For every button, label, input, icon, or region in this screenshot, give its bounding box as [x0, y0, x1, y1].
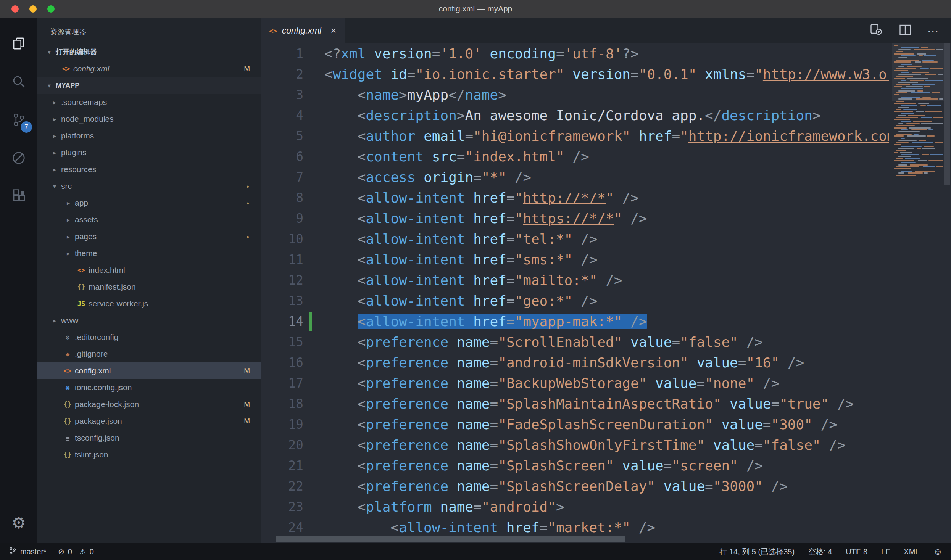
code-line-14[interactable]: 14 <allow-intent href="myapp-mak:*" /> [261, 311, 889, 332]
code-text: <?xml version='1.0' encoding='utf-8'?> [324, 43, 889, 64]
code-line-20[interactable]: 20 <preference name="SplashShowOnlyFirst… [261, 435, 889, 455]
cursor-position[interactable]: 行 14, 列 5 (已选择35) [719, 547, 795, 557]
vertical-scrollbar[interactable] [944, 43, 950, 185]
line-number: 5 [261, 126, 303, 146]
tree-item-manifest.json[interactable]: {}manifest.json [37, 278, 261, 295]
collapsed-twistie-icon[interactable]: ▸ [62, 200, 75, 207]
tree-item-plugins[interactable]: ▸plugins [37, 144, 261, 161]
open-changes-icon[interactable] [869, 23, 883, 38]
code-line-10[interactable]: 10 <allow-intent href="tel:*" /> [261, 229, 889, 249]
expanded-twistie-icon[interactable]: ▾ [48, 183, 61, 190]
code-line-3[interactable]: 3 <name>myApp</name> [261, 85, 889, 105]
tree-item-package-lock.json[interactable]: {}package-lock.jsonM [37, 396, 261, 413]
debug-view-button[interactable] [0, 139, 37, 177]
code-line-13[interactable]: 13 <allow-intent href="geo:*" /> [261, 291, 889, 311]
list-file-icon: ≣ [61, 434, 74, 442]
minimize-button[interactable] [29, 5, 37, 13]
tree-item-tsconfig.json[interactable]: ≣tsconfig.json [37, 430, 261, 446]
collapsed-twistie-icon[interactable]: ▸ [62, 250, 75, 257]
collapsed-twistie-icon[interactable]: ▸ [62, 216, 75, 224]
tree-item-.editorconfig[interactable]: ⚙.editorconfig [37, 329, 261, 346]
expanded-twistie-icon: ▾ [43, 48, 56, 56]
tree-item-config.xml[interactable]: <>config.xmlM [37, 362, 261, 379]
collapsed-twistie-icon[interactable]: ▸ [48, 132, 61, 140]
line-number: 17 [261, 373, 303, 394]
collapsed-twistie-icon[interactable]: ▸ [48, 116, 61, 123]
tree-item-assets[interactable]: ▸assets [37, 211, 261, 228]
tree-item-www[interactable]: ▸www [37, 312, 261, 329]
collapsed-twistie-icon[interactable]: ▸ [48, 99, 61, 106]
collapsed-twistie-icon[interactable]: ▸ [48, 317, 61, 324]
explorer-view-button[interactable] [0, 24, 37, 63]
code-line-9[interactable]: 9 <allow-intent href="https://*/*" /> [261, 208, 889, 229]
search-view-button[interactable] [0, 63, 37, 101]
collapsed-twistie-icon[interactable]: ▸ [48, 149, 61, 156]
tree-item-theme[interactable]: ▸theme [37, 245, 261, 262]
extensions-view-button[interactable] [0, 177, 37, 215]
code-line-2[interactable]: 2<widget id="io.ionic.starter" version="… [261, 64, 889, 85]
gutter-marker [303, 229, 324, 249]
tree-item-package.json[interactable]: {}package.jsonM [37, 413, 261, 430]
code-line-5[interactable]: 5 <author email="hi@ionicframework" href… [261, 126, 889, 146]
collapsed-twistie-icon[interactable]: ▸ [48, 166, 61, 173]
encoding-setting[interactable]: UTF-8 [846, 547, 867, 556]
close-tab-icon[interactable]: × [330, 26, 336, 35]
code-line-4[interactable]: 4 <description>An awesome Ionic/Cordova … [261, 105, 889, 126]
minimap[interactable] [894, 45, 943, 543]
file-tree: ▸.sourcemaps▸node_modules▸platforms▸plug… [37, 94, 261, 463]
eol-setting[interactable]: LF [881, 547, 890, 556]
tree-item-ionic.config.json[interactable]: ◉ionic.config.json [37, 379, 261, 396]
tree-item-pages[interactable]: ▸pages● [37, 228, 261, 245]
indentation-setting[interactable]: 空格: 4 [808, 547, 832, 557]
problems-status[interactable]: ⊘ 0 ⚠ 0 [58, 547, 94, 556]
gutter-marker [303, 497, 324, 517]
error-icon: ⊘ [58, 548, 64, 555]
close-button[interactable] [11, 5, 19, 13]
gear-icon: ⚙ [11, 513, 26, 532]
open-editors-label: 打开的编辑器 [56, 47, 97, 56]
split-editor-icon[interactable] [898, 23, 912, 38]
horizontal-scrollbar[interactable] [276, 536, 625, 542]
source-control-view-button[interactable]: 7 [0, 101, 37, 139]
tree-item-.sourcemaps[interactable]: ▸.sourcemaps [37, 94, 261, 111]
tree-item-resources[interactable]: ▸resources [37, 161, 261, 178]
zoom-button[interactable] [47, 5, 55, 13]
code-line-7[interactable]: 7 <access origin="*" /> [261, 167, 889, 188]
project-section-header[interactable]: ▾ MYAPP [37, 77, 261, 94]
language-mode[interactable]: XML [904, 547, 919, 556]
line-number: 6 [261, 146, 303, 167]
code-line-18[interactable]: 18 <preference name="SplashMaintainAspec… [261, 394, 889, 414]
tree-item-app[interactable]: ▸app● [37, 195, 261, 211]
tree-item-platforms[interactable]: ▸platforms [37, 127, 261, 144]
code-line-22[interactable]: 22 <preference name="SplashScreenDelay" … [261, 476, 889, 497]
code-line-19[interactable]: 19 <preference name="FadeSplashScreenDur… [261, 414, 889, 435]
feedback-smiley-icon[interactable]: ☺ [933, 546, 943, 557]
code-line-1[interactable]: 1<?xml version='1.0' encoding='utf-8'?> [261, 43, 889, 64]
code-editor[interactable]: 1<?xml version='1.0' encoding='utf-8'?>2… [261, 43, 951, 543]
code-line-21[interactable]: 21 <preference name="SplashScreen" value… [261, 455, 889, 476]
collapsed-twistie-icon[interactable]: ▸ [62, 233, 75, 240]
code-line-16[interactable]: 16 <preference name="android-minSdkVersi… [261, 352, 889, 373]
tree-item-service-worker.js[interactable]: JSservice-worker.js [37, 295, 261, 312]
open-editor-item-config.xml[interactable]: <> config.xml M [37, 60, 261, 77]
tab-config-xml[interactable]: <> config.xml × [261, 18, 345, 43]
code-line-12[interactable]: 12 <allow-intent href="mailto:*" /> [261, 270, 889, 291]
code-line-15[interactable]: 15 <preference name="ScrollEnabled" valu… [261, 332, 889, 352]
git-branch-status[interactable]: master* [8, 547, 47, 557]
code-line-6[interactable]: 6 <content src="index.html" /> [261, 146, 889, 167]
settings-gear-button[interactable]: ⚙ [0, 507, 37, 538]
code-line-24[interactable]: 24 <allow-intent href="market:*" /> [261, 517, 889, 538]
tree-item-node_modules[interactable]: ▸node_modules [37, 111, 261, 127]
code-line-11[interactable]: 11 <allow-intent href="sms:*" /> [261, 249, 889, 270]
tree-item-tslint.json[interactable]: {}tslint.json [37, 446, 261, 463]
tree-item-src[interactable]: ▾src● [37, 178, 261, 195]
code-line-23[interactable]: 23 <platform name="android"> [261, 497, 889, 517]
json-file-icon: {} [61, 417, 74, 425]
code-line-17[interactable]: 17 <preference name="BackupWebStorage" v… [261, 373, 889, 394]
more-actions-icon[interactable]: ⋯ [927, 24, 940, 37]
open-editors-section-header[interactable]: ▾ 打开的编辑器 [37, 43, 261, 60]
tree-item-.gitignore[interactable]: ◆.gitignore [37, 346, 261, 362]
code-line-8[interactable]: 8 <allow-intent href="http://*/*" /> [261, 188, 889, 208]
tree-item-index.html[interactable]: <>index.html [37, 262, 261, 278]
explorer-sidebar: 资源管理器 ▾ 打开的编辑器 <> config.xml M ▾ MYAPP ▸… [37, 18, 261, 543]
